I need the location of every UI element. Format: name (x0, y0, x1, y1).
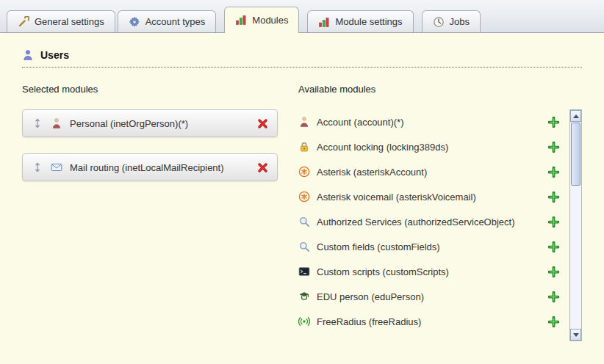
available-module-account-locking: Account locking (locking389ds) (298, 134, 559, 159)
selected-module-personal[interactable]: Personal (inetOrgPerson)(*) (22, 109, 278, 137)
scroll-up-button[interactable] (570, 110, 581, 122)
wrench-icon (18, 16, 29, 28)
remove-module-button[interactable] (257, 162, 268, 173)
tab-jobs[interactable]: Jobs (422, 10, 481, 32)
person-icon (51, 117, 62, 129)
add-module-button[interactable] (548, 192, 559, 203)
tab-module-settings[interactable]: Module settings (307, 10, 413, 32)
up-arrow-icon (573, 114, 579, 118)
mail-icon (51, 161, 62, 173)
person-icon (298, 116, 310, 128)
available-module-label: Asterisk (asteriskAccount) (317, 167, 427, 178)
down-arrow-icon (573, 333, 579, 337)
tab-label: Modules (252, 15, 288, 26)
selected-module-label: Mail routing (inetLocalMailRecipient) (70, 162, 250, 173)
lam-configuration-window: General settings Account types Modules M… (0, 0, 604, 364)
scrollbar-thumb[interactable] (571, 123, 580, 186)
section-title: Users (40, 49, 69, 61)
add-module-button[interactable] (548, 241, 559, 252)
add-module-button[interactable] (548, 117, 559, 128)
magnifier-icon (298, 241, 310, 252)
tab-label: Jobs (450, 16, 470, 27)
selected-module-label: Personal (inetOrgPerson)(*) (70, 118, 250, 129)
available-module-freeradius: FreeRadius (freeRadius) (298, 309, 559, 334)
radio-icon (298, 316, 310, 327)
scroll-down-button[interactable] (570, 329, 581, 341)
available-module-label: Custom fields (customFields) (317, 241, 440, 252)
available-module-label: Authorized Services (authorizedServiceOb… (317, 216, 515, 228)
modules-columns: Selected modules Personal (inetOrgPerson… (22, 84, 582, 341)
user-icon (22, 49, 34, 61)
add-module-button[interactable] (548, 291, 559, 302)
asterisk-icon (298, 166, 310, 178)
available-module-custom-fields: Custom fields (customFields) (298, 234, 559, 259)
selected-modules-heading: Selected modules (22, 84, 278, 95)
available-module-account: Account (account)(*) (298, 109, 559, 134)
gear-icon (129, 16, 140, 28)
bar-chart-icon (318, 16, 330, 28)
selected-modules-column: Selected modules Personal (inetOrgPerson… (22, 84, 278, 197)
available-modules-list: Account (account)(*) Account locking (lo… (298, 109, 559, 341)
tab-label: Account types (145, 16, 206, 27)
scrollbar[interactable] (569, 109, 582, 341)
tab-account-types[interactable]: Account types (118, 10, 217, 32)
section-header-users: Users (22, 49, 582, 68)
selected-module-mail-routing[interactable]: Mail routing (inetLocalMailRecipient) (22, 153, 278, 181)
add-module-button[interactable] (548, 142, 559, 153)
available-module-edu-person: EDU person (eduPerson) (298, 284, 559, 309)
available-module-label: Account (account)(*) (317, 117, 404, 128)
graduation-icon (298, 291, 310, 302)
content-area: Users Selected modules Personal (inetOrg… (0, 33, 604, 364)
available-module-label: Account locking (locking389ds) (317, 142, 448, 153)
available-modules-body: Account (account)(*) Account locking (lo… (298, 109, 582, 341)
tab-label: General settings (35, 16, 104, 27)
terminal-icon (298, 266, 310, 277)
available-modules-heading: Available modules (298, 84, 582, 95)
available-module-custom-scripts: Custom scripts (customScripts) (298, 259, 559, 284)
asterisk-icon (298, 191, 310, 203)
magnifier-icon (298, 216, 310, 228)
lock-icon (298, 141, 310, 153)
add-module-button[interactable] (548, 216, 559, 228)
bar-chart-icon (235, 14, 247, 26)
available-module-asterisk-voicemail: Asterisk voicemail (asteriskVoicemail) (298, 184, 559, 209)
remove-module-button[interactable] (257, 118, 268, 129)
add-module-button[interactable] (548, 266, 559, 277)
clock-icon (433, 16, 445, 28)
drag-handle-icon[interactable] (32, 117, 43, 129)
available-module-label: FreeRadius (freeRadius) (317, 316, 421, 327)
add-module-button[interactable] (548, 167, 559, 178)
available-module-label: EDU person (eduPerson) (317, 291, 424, 302)
tab-general-settings[interactable]: General settings (7, 10, 115, 32)
available-modules-column: Available modules Account (account)(*) A… (298, 84, 582, 341)
available-module-asterisk: Asterisk (asteriskAccount) (298, 159, 559, 184)
tab-label: Module settings (335, 16, 402, 27)
add-module-button[interactable] (548, 316, 559, 327)
available-module-authorized-services: Authorized Services (authorizedServiceOb… (298, 209, 559, 234)
available-module-label: Asterisk voicemail (asteriskVoicemail) (317, 192, 476, 203)
drag-handle-icon[interactable] (32, 161, 43, 173)
available-module-label: Custom scripts (customScripts) (317, 266, 449, 277)
tab-bar: General settings Account types Modules M… (0, 0, 604, 33)
tab-modules[interactable]: Modules (224, 7, 299, 33)
scrollbar-track[interactable] (570, 186, 581, 329)
